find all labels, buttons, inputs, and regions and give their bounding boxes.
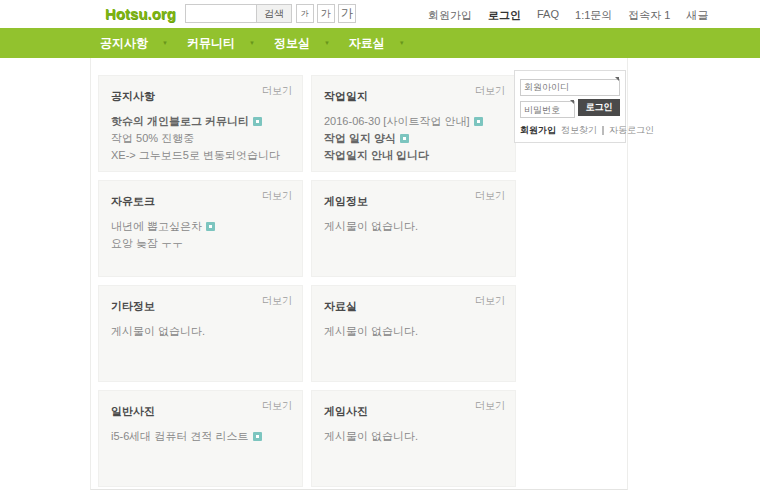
post-list: 게시물이 없습니다.	[324, 218, 503, 235]
post-title: 작업 50% 진행중	[111, 132, 194, 144]
nav-item-archive[interactable]: 자료실 ▼	[349, 35, 405, 52]
utility-menu: 회원가입 로그인 FAQ 1:1문의 접속자 1 새글	[428, 8, 709, 23]
new-posts-link[interactable]: 새글	[687, 8, 709, 23]
post-title: 내년에 뽑고싶은차	[111, 220, 202, 232]
login-links: 회원가입 정보찾기 자동로그인	[520, 124, 620, 137]
board-box: 일반사진 더보기 i5-6세대 컴퓨터 견적 리스트	[98, 390, 303, 487]
board-title[interactable]: 일반사진	[111, 405, 155, 417]
new-post-badge-icon	[474, 117, 483, 126]
post-list: 핫슈의 개인블로그 커뮤니티작업 50% 진행중XE-> 그누보드5로 변동되엇…	[111, 113, 290, 164]
more-link[interactable]: 더보기	[262, 399, 292, 413]
member-id-field-wrap	[520, 76, 620, 96]
board-title[interactable]: 기타정보	[111, 300, 155, 312]
empty-message: 게시물이 없습니다.	[111, 323, 290, 340]
new-post-badge-icon	[400, 134, 409, 143]
chevron-down-icon: ▼	[162, 40, 168, 46]
post-list: 게시물이 없습니다.	[111, 323, 290, 340]
search-group: 검색	[185, 4, 292, 23]
post-title: XE-> 그누보드5로 변동되엇습니다	[111, 149, 280, 161]
empty-message: 게시물이 없습니다.	[324, 428, 503, 445]
post-link[interactable]: 요앙 늦잠 ㅜㅜ	[111, 235, 290, 252]
more-link[interactable]: 더보기	[475, 189, 505, 203]
board-box: 게임사진 더보기 게시물이 없습니다.	[311, 390, 516, 487]
board-grid: 공지사항 더보기 핫슈의 개인블로그 커뮤니티작업 50% 진행중XE-> 그누…	[98, 75, 516, 487]
board-box: 공지사항 더보기 핫슈의 개인블로그 커뮤니티작업 50% 진행중XE-> 그누…	[98, 75, 303, 172]
auto-login-checkbox[interactable]	[602, 126, 604, 135]
post-link[interactable]: 작업 50% 진행중	[111, 130, 290, 147]
site-logo[interactable]: Hotsu.org	[105, 5, 176, 22]
inquiry-link[interactable]: 1:1문의	[575, 8, 612, 23]
post-link[interactable]: XE-> 그누보드5로 변동되엇습니다	[111, 147, 290, 164]
nav-item-label: 공지사항	[100, 35, 148, 52]
chevron-down-icon: ▼	[249, 40, 255, 46]
post-title: i5-6세대 컴퓨터 견적 리스트	[111, 430, 249, 442]
search-input[interactable]	[185, 4, 257, 23]
post-list: 내년에 뽑고싶은차요앙 늦잠 ㅜㅜ	[111, 218, 290, 252]
board-box: 기타정보 더보기 게시물이 없습니다.	[98, 285, 303, 382]
board-box: 게임정보 더보기 게시물이 없습니다.	[311, 180, 516, 277]
nav-item-community[interactable]: 커뮤니티 ▼	[187, 35, 255, 52]
post-list: 게시물이 없습니다.	[324, 428, 503, 445]
more-link[interactable]: 더보기	[475, 84, 505, 98]
board-title[interactable]: 게임사진	[324, 405, 368, 417]
signup-link-sidebar[interactable]: 회원가입	[520, 124, 556, 137]
post-link[interactable]: i5-6세대 컴퓨터 견적 리스트	[111, 428, 290, 445]
more-link[interactable]: 더보기	[475, 399, 505, 413]
post-link[interactable]: 2016-06-30 [사이트작업 안내]	[324, 113, 503, 130]
board-box: 자료실 더보기 게시물이 없습니다.	[311, 285, 516, 382]
board-title[interactable]: 공지사항	[111, 90, 155, 102]
more-link[interactable]: 더보기	[475, 294, 505, 308]
visitors-count[interactable]: 접속자 1	[628, 8, 670, 23]
main-navbar: 공지사항 ▼ 커뮤니티 ▼ 정보실 ▼ 자료실 ▼	[0, 28, 760, 58]
nav-item-label: 자료실	[349, 35, 385, 52]
new-post-badge-icon	[253, 432, 262, 441]
font-size-small-button[interactable]: 가	[296, 4, 314, 23]
post-list: 게시물이 없습니다.	[324, 323, 503, 340]
member-id-input[interactable]	[520, 79, 620, 96]
board-title[interactable]: 자료실	[324, 300, 357, 312]
chevron-down-icon: ▼	[324, 40, 330, 46]
new-post-badge-icon	[253, 117, 262, 126]
password-field-wrap	[520, 99, 575, 119]
nav-item-label: 커뮤니티	[187, 35, 235, 52]
password-input[interactable]	[520, 101, 575, 118]
more-link[interactable]: 더보기	[262, 294, 292, 308]
post-title: 2016-06-30 [사이트작업 안내]	[324, 115, 470, 127]
empty-message: 게시물이 없습니다.	[324, 218, 503, 235]
post-link[interactable]: 핫슈의 개인블로그 커뮤니티	[111, 113, 290, 130]
post-link[interactable]: 내년에 뽑고싶은차	[111, 218, 290, 235]
board-title[interactable]: 자유토크	[111, 195, 155, 207]
nav-item-notice[interactable]: 공지사항 ▼	[100, 35, 168, 52]
post-link[interactable]: 작업 일지 양식	[324, 130, 503, 147]
post-list: i5-6세대 컴퓨터 견적 리스트	[111, 428, 290, 445]
login-box: 로그인 회원가입 정보찾기 자동로그인	[514, 70, 626, 143]
auto-login-label: 자동로그인	[609, 124, 654, 137]
post-title: 작업 일지 양식	[324, 132, 396, 144]
search-button[interactable]: 검색	[256, 4, 292, 23]
chevron-down-icon: ▼	[399, 40, 405, 46]
font-size-large-button[interactable]: 가	[338, 4, 356, 23]
signup-link[interactable]: 회원가입	[428, 8, 472, 23]
more-link[interactable]: 더보기	[262, 189, 292, 203]
empty-message: 게시물이 없습니다.	[324, 323, 503, 340]
board-title[interactable]: 게임정보	[324, 195, 368, 207]
board-box: 자유토크 더보기 내년에 뽑고싶은차요앙 늦잠 ㅜㅜ	[98, 180, 303, 277]
post-title: 요앙 늦잠 ㅜㅜ	[111, 237, 183, 249]
login-link[interactable]: 로그인	[488, 8, 521, 23]
post-title: 작업일지 안내 입니다	[324, 149, 429, 161]
post-title: 핫슈의 개인블로그 커뮤니티	[111, 115, 249, 127]
post-link[interactable]: 작업일지 안내 입니다	[324, 147, 503, 164]
login-button[interactable]: 로그인	[578, 99, 620, 116]
board-title[interactable]: 작업일지	[324, 90, 368, 102]
font-size-medium-button[interactable]: 가	[317, 4, 335, 23]
more-link[interactable]: 더보기	[262, 84, 292, 98]
find-info-link[interactable]: 정보찾기	[561, 124, 597, 137]
faq-link[interactable]: FAQ	[537, 8, 559, 23]
new-post-badge-icon	[206, 222, 215, 231]
post-list: 2016-06-30 [사이트작업 안내]작업 일지 양식작업일지 안내 입니다	[324, 113, 503, 164]
header: Hotsu.org 검색 가 가 가 회원가입 로그인 FAQ 1:1문의 접속…	[0, 0, 760, 28]
board-box: 작업일지 더보기 2016-06-30 [사이트작업 안내]작업 일지 양식작업…	[311, 75, 516, 172]
nav-item-label: 정보실	[274, 35, 310, 52]
font-size-controls: 가 가 가	[296, 4, 356, 23]
nav-item-info[interactable]: 정보실 ▼	[274, 35, 330, 52]
